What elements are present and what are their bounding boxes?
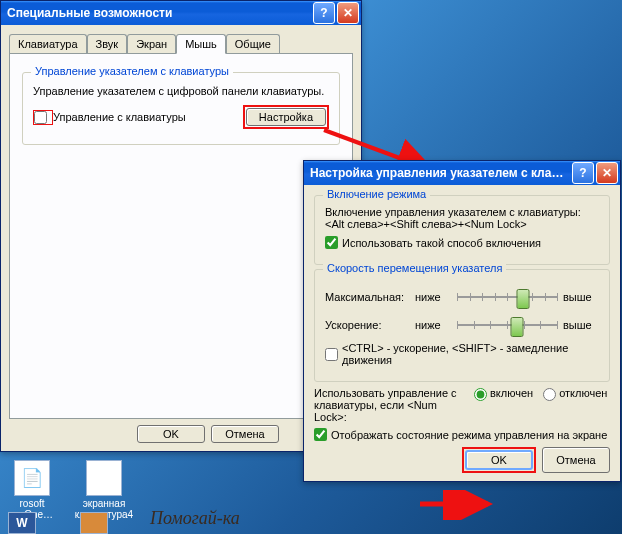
group-description: Управление указателем с цифровой панели … xyxy=(33,85,329,97)
accel-slider[interactable] xyxy=(457,314,557,336)
dialog-buttons: OK Отмена xyxy=(314,447,610,473)
mousekeys-checkbox[interactable] xyxy=(34,111,47,124)
office-icon: 📄 xyxy=(14,460,50,496)
numlock-text: Использовать управление с клавиатуры, ес… xyxy=(314,387,464,423)
show-state-checkbox[interactable] xyxy=(314,428,327,441)
close-button[interactable]: ✕ xyxy=(337,2,359,24)
desktop-icon-generic[interactable] xyxy=(74,512,114,534)
cancel-button[interactable]: Отмена xyxy=(211,425,279,443)
ctrl-shift-label[interactable]: <CTRL> - ускорение, <SHIFT> - замедление… xyxy=(325,342,599,366)
tab-page: Управление указателем с клавиатуры Управ… xyxy=(9,53,353,419)
ok-button[interactable]: OK xyxy=(137,425,205,443)
tab-mouse[interactable]: Мышь xyxy=(176,34,226,54)
tab-screen[interactable]: Экран xyxy=(127,34,176,54)
ctrl-shift-checkbox[interactable] xyxy=(325,348,338,361)
arrow-annotation-2 xyxy=(418,490,508,520)
desktop-icon-office[interactable]: 📄 rosoft ce One… xyxy=(2,460,62,520)
help-button[interactable]: ? xyxy=(313,2,335,24)
tab-keyboard[interactable]: Клавиатура xyxy=(9,34,87,54)
numlock-on-label[interactable]: включен xyxy=(464,387,533,401)
desktop-icon-keyboard[interactable]: ⌨ экранная клавиатура4 xyxy=(74,460,134,520)
dialog-buttons: OK Отмена xyxy=(9,425,353,443)
keyboard-icon: ⌨ xyxy=(86,460,122,496)
accel-row: Ускорение: ниже выше xyxy=(325,314,599,336)
high-label: выше xyxy=(563,291,599,303)
titlebar[interactable]: Специальные возможности ? ✕ xyxy=(1,1,361,25)
max-speed-label: Максимальная: xyxy=(325,291,415,303)
accel-label: Ускорение: xyxy=(325,319,415,331)
activation-group: Включение режима Включение управления ук… xyxy=(314,195,610,265)
tabs: Клавиатура Звук Экран Мышь Общие xyxy=(9,34,353,54)
watermark: Помогай-ка xyxy=(150,508,240,529)
max-speed-row: Максимальная: ниже выше xyxy=(325,286,599,308)
low-label: ниже xyxy=(415,319,451,331)
max-speed-slider[interactable] xyxy=(457,286,557,308)
numlock-on-radio[interactable] xyxy=(474,388,487,401)
use-shortcut-label[interactable]: Использовать такой способ включения xyxy=(325,236,599,249)
tab-general[interactable]: Общие xyxy=(226,34,280,54)
word-icon: W xyxy=(8,512,36,534)
low-label: ниже xyxy=(415,291,451,303)
settings-button-highlight: Настройка xyxy=(243,105,329,129)
window-title: Настройка управления указателем с клав… xyxy=(310,166,570,180)
show-state-label[interactable]: Отображать состояние режима управления н… xyxy=(314,428,610,441)
checkbox-text: Управление с клавиатуры xyxy=(53,111,186,123)
slider-thumb[interactable] xyxy=(517,289,530,309)
mousekeys-settings-window: Настройка управления указателем с клав… … xyxy=(303,160,621,482)
high-label: выше xyxy=(563,319,599,331)
tab-sound[interactable]: Звук xyxy=(87,34,128,54)
show-state-text: Отображать состояние режима управления н… xyxy=(331,429,607,441)
ok-button-highlight: OK xyxy=(462,447,536,473)
mousekeys-group: Управление указателем с клавиатуры Управ… xyxy=(22,72,340,145)
speed-group: Скорость перемещения указателя Максималь… xyxy=(314,269,610,382)
window-body: Включение режима Включение управления ук… xyxy=(304,185,620,481)
generic-icon xyxy=(80,512,108,534)
help-button[interactable]: ? xyxy=(572,162,594,184)
activation-desc1: Включение управления указателем с клавиа… xyxy=(325,206,599,218)
mousekeys-checkbox-label[interactable]: Управление с клавиатуры xyxy=(33,110,186,125)
numlock-off-label[interactable]: отключен xyxy=(533,387,607,401)
group-caption: Скорость перемещения указателя xyxy=(323,262,506,274)
use-shortcut-checkbox[interactable] xyxy=(325,236,338,249)
ok-button[interactable]: OK xyxy=(465,450,533,470)
numlock-off-radio[interactable] xyxy=(543,388,556,401)
activation-desc2: <Alt слева>+<Shift слева>+<Num Lock> xyxy=(325,218,599,230)
window-title: Специальные возможности xyxy=(7,6,311,20)
group-caption: Управление указателем с клавиатуры xyxy=(31,65,233,77)
numlock-row: Использовать управление с клавиатуры, ес… xyxy=(314,387,610,423)
cancel-button[interactable]: Отмена xyxy=(542,447,610,473)
desktop-icon-word[interactable]: W xyxy=(2,512,42,534)
desktop: 📄 rosoft ce One… ⌨ экранная клавиатура4 … xyxy=(0,0,622,534)
slider-thumb[interactable] xyxy=(511,317,524,337)
use-shortcut-text: Использовать такой способ включения xyxy=(342,237,541,249)
ctrl-shift-text: <CTRL> - ускорение, <SHIFT> - замедление… xyxy=(342,342,599,366)
titlebar[interactable]: Настройка управления указателем с клав… … xyxy=(304,161,620,185)
group-caption: Включение режима xyxy=(323,188,430,200)
settings-button[interactable]: Настройка xyxy=(246,108,326,126)
close-button[interactable]: ✕ xyxy=(596,162,618,184)
